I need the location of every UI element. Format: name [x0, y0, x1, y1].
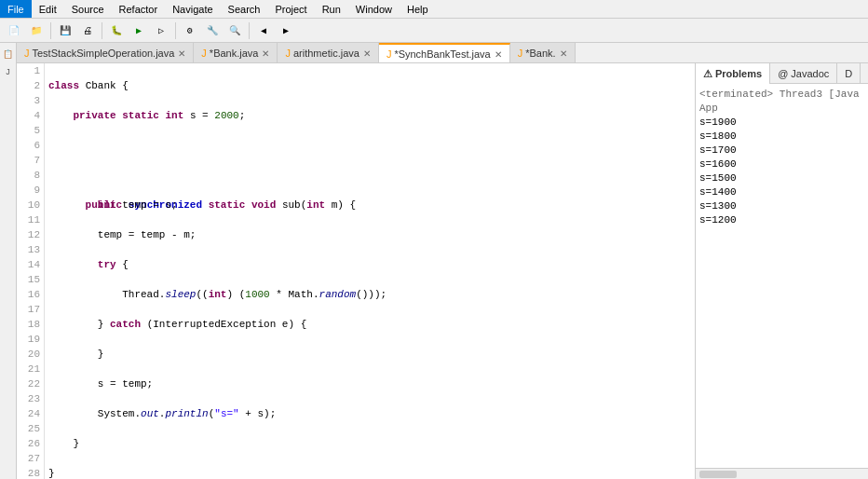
menu-window[interactable]: Window	[348, 0, 400, 18]
toolbar-btn-5[interactable]: 🔧	[202, 21, 223, 41]
toolbar-debug[interactable]: 🐛	[106, 21, 127, 41]
menu-help[interactable]: Help	[400, 0, 436, 18]
toolbar-btn-6[interactable]: 🔍	[224, 21, 245, 41]
toolbar-sep-3	[175, 22, 176, 39]
toolbar-save2[interactable]: 🖨	[77, 21, 98, 41]
menu-file[interactable]: File	[0, 0, 32, 18]
toolbar-run2[interactable]: ▷	[151, 21, 171, 41]
menu-search[interactable]: Search	[221, 0, 268, 18]
toolbar-btn-7[interactable]: ◀	[253, 21, 274, 41]
menu-project[interactable]: Project	[267, 0, 314, 18]
toolbar: 📄 📁 💾 🖨 🐛 ▶ ▷ ⚙ 🔧 🔍 ◀ ▶	[0, 19, 868, 43]
toolbar-sep-1	[50, 22, 51, 39]
menu-bar: File Edit Source Refactor Navigate Searc…	[0, 0, 868, 19]
menu-source[interactable]: Source	[64, 0, 112, 18]
toolbar-sep-4	[249, 22, 250, 39]
menu-navigate[interactable]: Navigate	[165, 0, 220, 18]
toolbar-new[interactable]: 📄	[4, 21, 24, 41]
menu-edit[interactable]: Edit	[32, 0, 64, 18]
menu-run[interactable]: Run	[315, 0, 348, 18]
toolbar-sep-2	[102, 22, 102, 39]
toolbar-open[interactable]: 📁	[26, 21, 47, 41]
toolbar-save[interactable]: 💾	[55, 21, 75, 41]
toolbar-btn-8[interactable]: ▶	[276, 21, 296, 41]
menu-refactor[interactable]: Refactor	[112, 0, 166, 18]
toolbar-btn-4[interactable]: ⚙	[180, 21, 200, 41]
toolbar-run[interactable]: ▶	[129, 21, 149, 41]
